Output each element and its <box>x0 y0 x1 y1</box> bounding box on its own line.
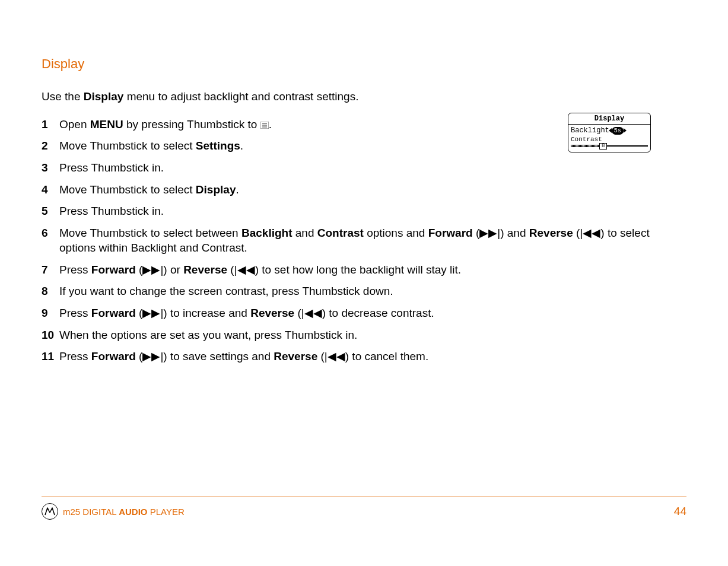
slider-track-left <box>571 145 599 147</box>
backlight-row: Backlight 5s <box>571 126 648 135</box>
bold-term: Backlight <box>241 227 293 239</box>
slider-knob: 8 <box>599 143 607 150</box>
bold-term: Forward <box>91 307 136 319</box>
step-item: 7Press Forward (▶▶|) or Reverse (|◀◀) to… <box>42 263 686 278</box>
contrast-slider: 8 <box>571 143 648 149</box>
intro-pre: Use the <box>42 90 84 103</box>
footer-rule <box>42 497 686 497</box>
step-text: Move Thumbstick to select Display. <box>59 183 534 198</box>
page-footer: m25 DIGITAL AUDIO PLAYER 44 <box>42 497 686 520</box>
step-item: 6Move Thumbstick to select between Backl… <box>42 226 686 255</box>
step-number: 5 <box>42 204 59 219</box>
document-page: Display Use the Display menu to adjust b… <box>0 0 728 566</box>
brand-text: m25 DIGITAL AUDIO PLAYER <box>63 507 185 517</box>
brand-mid: DIGITAL <box>80 507 119 517</box>
step-item: 4Move Thumbstick to select Display. <box>42 183 686 198</box>
step-item: 3Press Thumbstick in. <box>42 161 686 176</box>
step-number: 1 <box>42 117 59 132</box>
intro-post: menu to adjust backlight and contrast se… <box>123 90 358 103</box>
step-number: 9 <box>42 306 59 321</box>
menu-icon <box>260 122 269 129</box>
step-number: 11 <box>42 349 59 364</box>
backlight-label: Backlight <box>571 126 609 135</box>
brand-block: m25 DIGITAL AUDIO PLAYER <box>42 503 185 520</box>
bold-term: Settings <box>196 139 240 152</box>
step-text: Press Thumbstick in. <box>59 204 534 219</box>
bold-term: Reverse <box>274 350 317 363</box>
page-number: 44 <box>674 505 686 518</box>
step-number: 2 <box>42 139 59 154</box>
section-heading: Display <box>42 56 686 72</box>
step-number: 8 <box>42 284 59 299</box>
device-screen-illustration: Display Backlight 5s Contrast 8 <box>568 113 651 152</box>
bold-term: Contrast <box>317 227 364 239</box>
step-text: Press Forward (▶▶|) to save settings and… <box>59 349 686 364</box>
bold-term: Forward <box>428 227 473 239</box>
intro-bold: Display <box>84 90 124 103</box>
steps-list: 1Open MENU by pressing Thumbstick to .2M… <box>42 117 686 364</box>
bold-term: MENU <box>90 118 123 131</box>
motorola-logo-icon <box>42 503 58 520</box>
bold-term: Reverse <box>250 307 294 319</box>
bold-term: Reverse <box>529 227 573 239</box>
step-item: 10When the options are set as you want, … <box>42 328 686 343</box>
intro-paragraph: Use the Display menu to adjust backlight… <box>42 90 686 104</box>
step-text: Open MENU by pressing Thumbstick to . <box>59 117 534 132</box>
step-text: When the options are set as you want, pr… <box>59 328 686 343</box>
step-item: 5Press Thumbstick in. <box>42 204 686 219</box>
bold-term: Forward <box>91 263 136 276</box>
step-item: 9Press Forward (▶▶|) to increase and Rev… <box>42 306 686 321</box>
device-screen-title: Display <box>568 113 650 125</box>
brand-tail: PLAYER <box>148 507 185 517</box>
step-number: 3 <box>42 161 59 176</box>
device-screen-body: Backlight 5s Contrast 8 <box>568 125 650 152</box>
slider-track-right <box>607 145 648 147</box>
step-number: 4 <box>42 183 59 198</box>
step-number: 6 <box>42 226 59 241</box>
step-number: 7 <box>42 263 59 278</box>
step-item: 11Press Forward (▶▶|) to save settings a… <box>42 349 686 364</box>
bold-term: Display <box>196 183 236 196</box>
footer-row: m25 DIGITAL AUDIO PLAYER 44 <box>42 503 686 520</box>
step-text: Move Thumbstick to select between Backli… <box>59 226 686 255</box>
step-text: Press Forward (▶▶|) or Reverse (|◀◀) to … <box>59 263 686 278</box>
contrast-label: Contrast <box>571 136 648 143</box>
backlight-value-pill: 5s <box>612 127 624 135</box>
step-text: Press Thumbstick in. <box>59 161 534 176</box>
step-text: Press Forward (▶▶|) to increase and Reve… <box>59 306 686 321</box>
step-number: 10 <box>42 328 59 343</box>
step-item: 8If you want to change the screen contra… <box>42 284 686 299</box>
step-text: Move Thumbstick to select Settings. <box>59 139 534 154</box>
step-text: If you want to change the screen contras… <box>59 284 686 299</box>
bold-term: Forward <box>91 350 136 363</box>
bold-term: Reverse <box>183 263 227 276</box>
brand-model: m25 <box>63 507 80 517</box>
brand-audio: AUDIO <box>119 507 147 517</box>
